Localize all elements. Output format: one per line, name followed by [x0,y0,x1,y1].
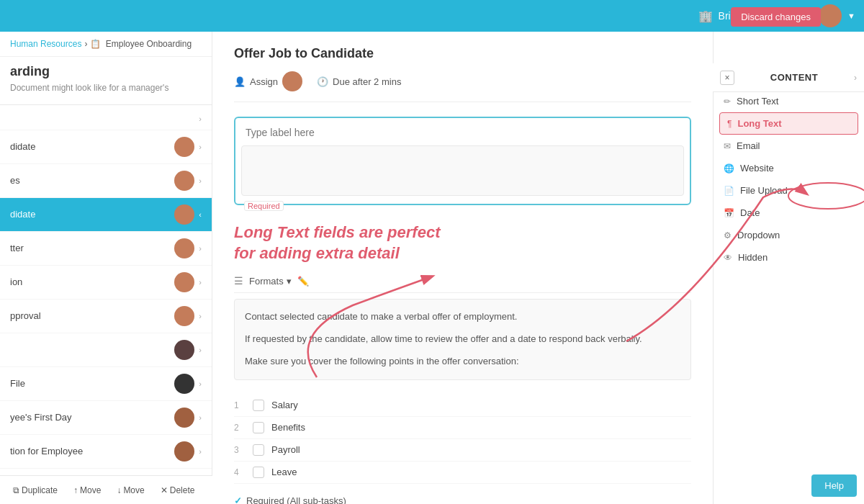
field-textarea[interactable] [241,145,684,196]
subtask-list: 1 Salary 2 Benefits 3 Payroll 4 Leave [234,395,691,484]
long-text-icon: ¶ [727,119,732,129]
task-title: Offer Job to Candidate [234,46,691,61]
sidebar-item-didate-active[interactable]: didate ‹ [0,198,212,232]
date-icon: 📅 [724,208,734,218]
sidebar-item-es[interactable]: es › [0,164,212,198]
subtask-checkbox-3[interactable] [253,444,264,456]
form-label-email: Email [737,140,760,151]
task-meta: 👤 Assign 🕐 Due after 2 mins [234,71,691,102]
duplicate-button[interactable]: ⧉ Duplicate [7,482,63,498]
formats-button[interactable]: Formats ▾ [249,276,292,287]
desc-p1: Contact selected candidate to make a ver… [245,310,680,325]
sidebar-item-didate[interactable]: didate › [0,130,212,164]
main-content: Offer Job to Candidate 👤 Assign 🕐 Due af… [212,32,713,504]
required-all-label: Required (All sub-tasks) [246,495,346,504]
form-label-long: Long Text [737,118,781,129]
edit-icon[interactable]: ✏️ [297,276,309,287]
breadcrumb-sep: › [84,39,87,49]
form-item-website[interactable]: 🌐 Website [714,157,864,179]
sidebar-item-ion[interactable]: ion › [0,266,212,300]
avatar-sub [174,340,194,360]
formats-chevron: ▾ [287,276,292,287]
avatar-5 [174,306,194,326]
assignee-avatar [282,71,302,91]
move-up-button[interactable]: ↑ Move [68,482,107,498]
chevron-icon-5: › [199,278,202,287]
sidebar-item-pproval[interactable]: pproval › [0,300,212,333]
sidebar-item-tter[interactable]: tter › [0,232,212,266]
help-button[interactable]: Help [811,474,857,497]
chevron-icon-3: ‹ [199,210,202,219]
delete-icon: ✕ [161,485,168,495]
move-down-button[interactable]: ↓ Move [111,482,150,498]
assign-meta[interactable]: 👤 Assign [234,71,302,91]
content-panel-header: × CONTENT › [713,63,864,92]
form-label-file: File Upload [740,185,788,196]
subtask-checkbox-4[interactable] [253,467,264,478]
right-panel: × CONTENT › FORMS ▾ ✏ Short Text ¶ Long … [713,32,864,504]
dropdown-icon: ⚙ [724,230,732,240]
subtask-label-3: Payroll [271,444,300,455]
avatar-4 [174,272,194,292]
chevron-icon-9: › [199,447,202,456]
subtask-1: 1 Salary [234,395,691,417]
sidebar-desc: Document might look like for a manager's [0,82,212,102]
long-text-field: Required [234,117,691,205]
task-body-toolbar: ☰ Formats ▾ ✏️ [234,275,691,293]
avatar-3 [174,238,194,258]
sidebar-item-firstday[interactable]: yee's First Day › [0,401,212,435]
file-upload-icon: 📄 [724,186,734,196]
required-all: ✓ Required (All sub-tasks) [234,495,691,504]
subtask-label-2: Benefits [271,422,305,433]
subtask-checkbox-1[interactable] [253,400,264,411]
field-label-input[interactable] [241,124,684,141]
email-icon: ✉ [724,141,731,151]
content-chevron: › [854,73,857,83]
subtask-4: 4 Leave [234,462,691,484]
subtask-3: 3 Payroll [234,439,691,462]
chevron-icon-6: › [199,312,202,320]
sidebar: Human Resources › 📋 Employee Onboarding … [0,32,212,504]
desc-p3: Make sure you cover the following points… [245,354,680,369]
form-item-long-text[interactable]: ¶ Long Text [719,112,858,135]
chevron-icon-8: › [199,413,202,422]
sidebar-item-employee[interactable]: tion for Employee › [0,435,212,469]
sidebar-item-0[interactable]: › [0,108,212,130]
close-panel-button[interactable]: × [720,71,734,85]
form-item-date[interactable]: 📅 Date [714,202,864,224]
chevron-icon-7: › [199,379,202,388]
avatar-7 [174,408,194,428]
close-icon: × [724,73,729,83]
breadcrumb-hr[interactable]: Human Resources [10,39,81,49]
sidebar-item-sub[interactable]: › [0,333,212,367]
form-label-short: Short Text [737,96,778,107]
form-label-dropdown: Dropdown [737,230,780,240]
dropdown-chevron: ▼ [847,12,855,20]
form-item-email[interactable]: ✉ Email [714,135,864,157]
subtask-2: 2 Benefits [234,417,691,439]
discard-button[interactable]: Discard changes [731,7,821,27]
subtask-checkbox-2[interactable] [253,422,264,433]
company-icon: 🏢 [698,9,713,23]
form-item-short-text[interactable]: ✏ Short Text [714,90,864,112]
chevron-icon-1: › [199,143,202,151]
form-item-dropdown[interactable]: ⚙ Dropdown [714,224,864,246]
list-icon[interactable]: ☰ [234,275,243,287]
form-item-hidden[interactable]: 👁 Hidden [714,246,864,269]
annotation-text: Long Text fields are perfectfor adding e… [234,222,691,264]
task-description: Contact selected candidate to make a ver… [234,299,691,379]
avatar-1 [174,171,194,191]
avatar-6 [174,374,194,394]
top-nav: 🏢 Bright Star Marketing ▼ Discard change… [0,0,864,32]
chevron-icon-sub: › [199,346,202,354]
delete-button[interactable]: ✕ Delete [155,482,201,498]
form-label-hidden: Hidden [738,252,768,263]
arrow-up-icon: ↑ [73,485,78,495]
sidebar-item-file[interactable]: File › [0,367,212,401]
sidebar-divider [0,104,212,105]
avatar-2 [174,204,194,225]
form-item-file-upload[interactable]: 📄 File Upload [714,179,864,202]
avatar [819,4,842,27]
chevron-icon-4: › [199,244,202,253]
bottom-bar: ⧉ Duplicate ↑ Move ↓ Move ✕ Delete [0,475,212,504]
